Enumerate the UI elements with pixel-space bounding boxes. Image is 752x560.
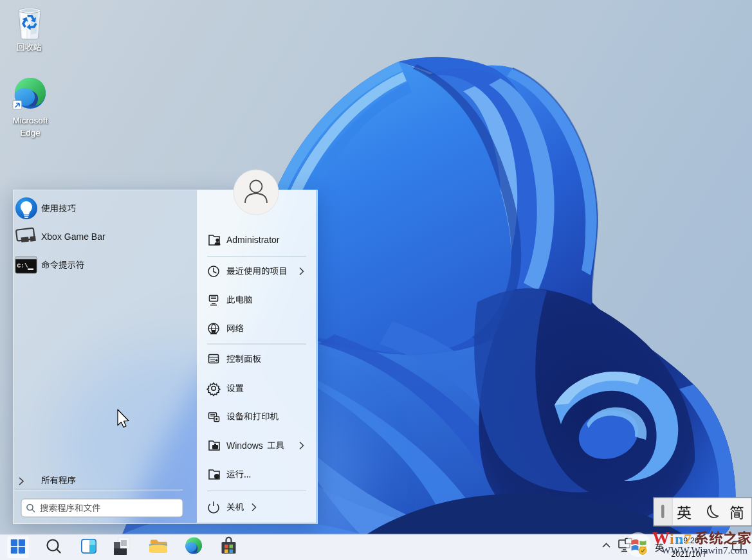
svg-text:C:\: C:\	[17, 262, 28, 269]
svg-text:Xbox Game Bar: Xbox Game Bar	[41, 231, 105, 242]
svg-text:Windows: Windows	[226, 440, 263, 451]
svg-text:WWW.Winwin7.com: WWW.Winwin7.com	[661, 545, 747, 555]
svg-text:Microsoft: Microsoft	[13, 116, 48, 125]
svg-text:Administrator: Administrator	[226, 235, 280, 245]
svg-text:Edge: Edge	[20, 128, 41, 138]
